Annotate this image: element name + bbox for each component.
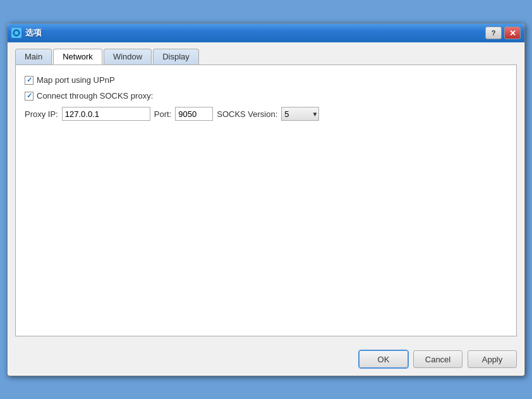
socks-option-row: Connect through SOCKS proxy: [25,91,507,101]
apply-button[interactable]: Apply [468,350,517,368]
tab-bar: Main Network Window Display [15,49,517,64]
cancel-button[interactable]: Cancel [413,350,462,368]
socks-version-select[interactable]: 4 5 [281,107,319,121]
socks-label: Connect through SOCKS proxy: [37,91,153,101]
upnp-option-row: Map port using UPnP [25,75,507,85]
tab-network[interactable]: Network [53,49,102,64]
port-label: Port: [154,109,171,119]
close-button[interactable]: ✕ [504,27,521,39]
main-window: 选项 ? ✕ Main Network Window Display [7,23,525,376]
proxy-settings-row: Proxy IP: Port: SOCKS Version: 4 5 ▼ [25,107,507,121]
footer-buttons: OK Cancel Apply [8,344,524,376]
title-bar: 选项 ? ✕ [8,23,524,42]
tab-display[interactable]: Display [153,49,199,64]
ok-button[interactable]: OK [359,350,408,368]
window-body: Main Network Window Display Map port usi… [8,42,524,344]
upnp-checkbox-wrapper: Map port using UPnP [25,75,115,85]
title-bar-controls: ? ✕ [485,27,521,39]
tab-window[interactable]: Window [104,49,152,64]
proxy-ip-input[interactable] [62,107,150,121]
svg-point-1 [15,31,18,35]
tab-main[interactable]: Main [15,49,52,64]
window-title: 选项 [25,27,42,39]
socks-version-label: SOCKS Version: [217,109,277,119]
port-input[interactable] [175,107,213,121]
window-icon [11,28,21,38]
tab-content-network: Map port using UPnP Connect through SOCK… [15,64,517,336]
help-button[interactable]: ? [485,27,502,39]
upnp-label: Map port using UPnP [37,75,115,85]
socks-checkbox-wrapper: Connect through SOCKS proxy: [25,91,153,101]
proxy-ip-label: Proxy IP: [25,109,58,119]
socks-version-select-wrapper: 4 5 ▼ [281,107,319,121]
upnp-checkbox[interactable] [25,76,33,85]
socks-checkbox[interactable] [25,92,33,101]
